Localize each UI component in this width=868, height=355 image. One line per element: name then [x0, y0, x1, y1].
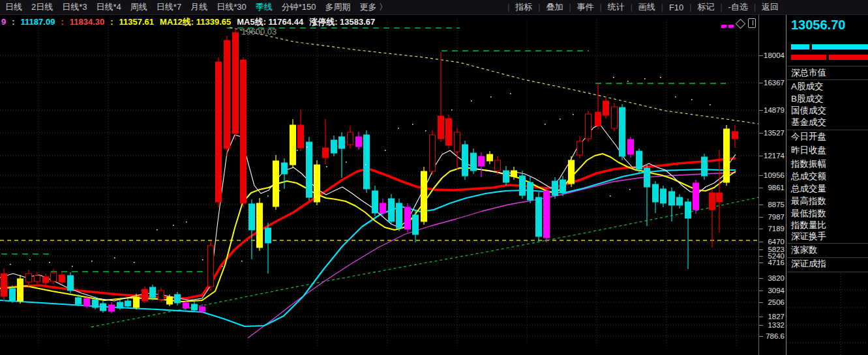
sidebar-item-总成交额[interactable]: 总成交额	[791, 171, 826, 182]
sidebar-item-指数量比[interactable]: 指数量比	[791, 220, 826, 231]
period-menu-item-季线[interactable]: 季线	[256, 1, 273, 13]
candle	[76, 298, 82, 304]
price-chart-canvas[interactable]	[0, 0, 868, 355]
sidebar-item-昨日收盘[interactable]: 昨日收盘	[791, 145, 826, 156]
period-menu-item-日线*7[interactable]: 日线*7	[157, 1, 181, 13]
sidebar-item-最高指数[interactable]: 最高指数	[791, 195, 826, 207]
candle	[595, 112, 601, 126]
candle	[569, 160, 575, 184]
candle	[577, 141, 583, 155]
price-axis: 1800416367148791352712174109569861887579…	[758, 14, 786, 355]
candle	[257, 203, 263, 248]
tools-menu-item-事件[interactable]: 事件	[571, 1, 600, 13]
tools-menu-item-标记[interactable]: 标记	[691, 1, 720, 13]
axis-label: 786.6	[766, 332, 785, 340]
period-menu-item-更多 〉[interactable]: 更多 〉	[359, 1, 387, 13]
axis-tick	[759, 205, 763, 205]
axis-tick	[759, 55, 763, 56]
candle	[208, 246, 214, 287]
sidebar-item-国债成交[interactable]: 国债成交	[791, 105, 826, 117]
candle	[560, 180, 566, 193]
period-menu: 日线2日线日线*3日线*4周线日线*7月线日线*30季线分钟*150多周期更多 …	[0, 1, 397, 13]
sidebar-item-深证换手[interactable]: 深证换手	[791, 231, 826, 242]
period-menu-item-日线*30[interactable]: 日线*30	[217, 1, 247, 13]
candle	[241, 60, 247, 203]
axis-label: 1332	[768, 321, 785, 329]
candle	[117, 302, 123, 308]
axis-label: 1827	[768, 313, 785, 320]
period-menu-item-日线[interactable]: 日线	[5, 1, 22, 13]
sidebar-item-今日开盘[interactable]: 今日开盘	[791, 131, 826, 143]
all-time-high-label: 19600.03	[241, 27, 277, 36]
candle	[653, 184, 659, 202]
legend-segment: :	[12, 17, 14, 27]
axis-tick	[759, 263, 763, 263]
legend-segment: :	[110, 17, 113, 27]
axis-tick	[759, 291, 763, 291]
candle	[233, 33, 239, 134]
magenta-marker-dot	[721, 25, 725, 28]
candle	[495, 160, 501, 171]
axis-label: 9861	[768, 184, 785, 192]
candle	[661, 189, 666, 203]
candle	[1, 274, 7, 296]
tools-menu-item-叠加[interactable]: 叠加	[540, 1, 569, 13]
legend-segment: 涨停线: 13583.67	[309, 17, 375, 27]
candle	[536, 197, 542, 236]
candle	[413, 215, 419, 234]
sidebar-item-A股成交[interactable]: A股成交	[791, 81, 824, 92]
period-menu-item-2日线[interactable]: 2日线	[31, 1, 53, 13]
candle	[471, 153, 477, 171]
candle	[200, 307, 205, 311]
period-menu-item-多周期[interactable]: 多周期	[325, 1, 350, 13]
candle	[702, 157, 708, 176]
tools-menu-item-F10[interactable]: F10	[663, 3, 689, 12]
candle	[356, 137, 362, 147]
sell-volume-bar	[812, 44, 868, 50]
quote-sidebar: G 深证成指 13056.70 深总市值A股成交B股成交国债成交基金成交今日开盘…	[786, 0, 868, 355]
period-menu-item-周线[interactable]: 周线	[130, 1, 147, 13]
axis-label: 13527	[764, 129, 785, 137]
candle	[430, 135, 436, 171]
sidebar-item-基金成交[interactable]: 基金成交	[791, 117, 826, 128]
note-icon[interactable]	[748, 18, 756, 28]
candle	[405, 207, 411, 229]
period-menu-item-月线[interactable]: 月线	[190, 1, 207, 13]
tools-menu-item-画线[interactable]: 画线	[633, 1, 661, 13]
candle	[331, 140, 337, 153]
axis-tick	[759, 156, 763, 156]
sidebar-item-指数振幅[interactable]: 指数振幅	[791, 158, 826, 170]
sell-volume-bar	[791, 44, 809, 50]
candle	[455, 132, 460, 152]
tools-menu-item-指标[interactable]: 指标	[509, 1, 538, 13]
period-menu-item-分钟*150[interactable]: 分钟*150	[282, 1, 316, 13]
period-menu-item-日线*3[interactable]: 日线*3	[62, 1, 87, 13]
candle	[462, 145, 468, 176]
axis-label: 3094	[768, 287, 785, 294]
legend-segment: MA12线: 11339.65	[160, 17, 231, 27]
sidebar-item-涨家数[interactable]: 涨家数	[791, 244, 818, 256]
candle	[68, 276, 74, 291]
candle	[273, 161, 279, 206]
sidebar-item-最低指数[interactable]: 最低指数	[791, 208, 826, 220]
axis-tick	[759, 278, 763, 279]
candle	[685, 202, 691, 218]
axis-tick	[759, 256, 763, 257]
sidebar-item-总成交量[interactable]: 总成交量	[791, 183, 826, 195]
axis-tick	[759, 249, 763, 250]
candle	[511, 171, 517, 177]
sidebar-item-B股成交[interactable]: B股成交	[791, 93, 824, 105]
sidebar-item-深总市值[interactable]: 深总市值	[791, 67, 826, 79]
trading-app-window: 日线2日线日线*3日线*4周线日线*7月线日线*30季线分钟*150多周期更多 …	[0, 0, 868, 355]
period-menu-item-日线*4[interactable]: 日线*4	[97, 1, 121, 13]
candle	[380, 203, 386, 213]
tools-menu-item-返回[interactable]: 返回	[756, 1, 785, 13]
tools-menu-item-统计[interactable]: 统计	[602, 1, 631, 13]
candle	[693, 183, 699, 210]
buy-volume-bar	[829, 55, 868, 60]
sidebar-item-深证成指[interactable]: 深证成指	[791, 258, 826, 270]
tools-menu-item--自选[interactable]: -自选	[723, 1, 754, 13]
candle	[372, 191, 378, 213]
candle	[520, 176, 526, 195]
candle	[26, 274, 32, 282]
